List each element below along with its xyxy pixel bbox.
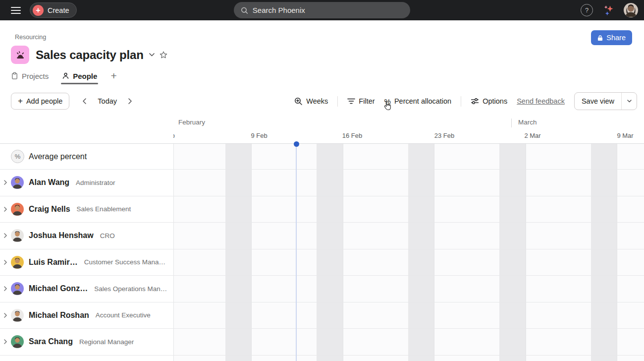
prev-week-button[interactable] (80, 96, 89, 107)
divider (337, 96, 338, 107)
app: + Create ? (0, 0, 644, 361)
search-bar[interactable] (234, 2, 410, 18)
plus-icon: + (33, 5, 44, 16)
zoom-weeks-button[interactable]: Weeks (294, 97, 328, 106)
expand-chevron[interactable] (2, 180, 9, 185)
table-row[interactable]: %Average percent (0, 144, 644, 170)
page-title[interactable]: Sales capacity plan (36, 48, 144, 62)
help-glyph: ? (585, 6, 589, 14)
menu-icon[interactable] (11, 7, 21, 14)
share-button[interactable]: Share (591, 30, 632, 45)
week-date-label: 9 Feb (251, 132, 267, 139)
table-row[interactable]: Luis Ramir…Customer Success Mana… (0, 249, 644, 276)
expand-chevron[interactable] (2, 339, 9, 345)
schedule-area: FebruaryMarch 2 Feb9 Feb16 Feb23 Feb2 Ma… (0, 113, 644, 361)
expand-chevron[interactable] (2, 206, 9, 212)
title-row: Sales capacity plan (11, 46, 168, 64)
person-name[interactable]: Sara Chang (29, 337, 73, 346)
table-row[interactable]: Joshua HenshawCRO (0, 223, 644, 249)
avatar[interactable] (11, 229, 24, 242)
avatar[interactable] (11, 335, 24, 348)
timeline-header: FebruaryMarch 2 Feb9 Feb16 Feb23 Feb2 Ma… (0, 113, 644, 144)
person-role: Sales Enablement (77, 205, 131, 213)
add-people-label: Add people (26, 97, 62, 105)
save-view-main[interactable]: Save view (575, 93, 621, 110)
person-name[interactable]: Craig Nells (29, 205, 70, 214)
person-role: CRO (100, 232, 115, 240)
tab-projects[interactable]: Projects (11, 72, 49, 80)
weeks-label: Weeks (306, 97, 328, 105)
siren-icon[interactable] (11, 46, 29, 64)
percent-icon: % (11, 150, 24, 163)
options-button[interactable]: Options (471, 97, 507, 105)
save-view-caret[interactable] (621, 93, 637, 110)
toolbar-right: Weeks Filter % Percent allocation (294, 90, 637, 113)
breadcrumb[interactable]: Resourcing (15, 34, 46, 41)
ai-sparkles-icon[interactable] (602, 4, 614, 17)
tab-people-label: People (73, 72, 97, 80)
avatar[interactable] (11, 282, 24, 295)
table-row[interactable]: Craig NellsSales Enablement (0, 196, 644, 223)
person-name[interactable]: Michael Gonz… (29, 284, 88, 293)
week-date-label: 23 Feb (434, 132, 454, 139)
table-row[interactable]: Michael Gonz…Sales Operations Man… (0, 276, 644, 302)
week-date-label: 16 Feb (342, 132, 362, 139)
timeline-dates: 2 Feb9 Feb16 Feb23 Feb2 Mar9 Mar (173, 132, 644, 141)
save-view-button: Save view (574, 92, 637, 110)
table-row[interactable]: Michael RoshanAccount Executive (0, 302, 644, 329)
share-label: Share (606, 34, 626, 42)
avatar[interactable] (11, 203, 24, 216)
people-rows: %Average percentAlan WangAdministratorCr… (0, 144, 644, 361)
expand-chevron[interactable] (2, 259, 9, 265)
add-people-button[interactable]: + Add people (11, 93, 69, 110)
person-name[interactable]: Luis Ramir… (29, 258, 78, 267)
options-label: Options (483, 97, 507, 105)
chevron-down-icon[interactable] (149, 53, 155, 57)
star-icon[interactable] (159, 51, 168, 60)
table-row[interactable]: Sara ChangRegional Manager (0, 329, 644, 356)
sliders-icon (471, 97, 479, 105)
search-input[interactable] (253, 6, 403, 14)
next-week-button[interactable] (126, 96, 134, 107)
expand-chevron[interactable] (2, 312, 9, 318)
tab-projects-label: Projects (22, 72, 49, 80)
month-label: February (178, 119, 205, 126)
divider (461, 96, 461, 107)
expand-chevron[interactable] (2, 233, 9, 239)
week-date-label: 9 Mar (617, 132, 633, 139)
topbar: + Create ? (0, 0, 644, 20)
table-row[interactable]: Alan WangAdministrator (0, 170, 644, 196)
tab-people[interactable]: People (62, 72, 97, 80)
person-role: Sales Operations Man… (94, 285, 167, 293)
user-avatar[interactable] (624, 3, 638, 17)
lock-icon (597, 35, 603, 41)
create-label: Create (48, 6, 69, 14)
avatar[interactable] (11, 176, 24, 189)
person-icon (62, 72, 69, 80)
help-button[interactable]: ? (581, 4, 593, 16)
expand-chevron[interactable] (2, 286, 9, 292)
add-tab-button[interactable]: + (110, 71, 116, 81)
person-role: Regional Manager (79, 338, 134, 346)
topbar-right: ? (581, 0, 644, 20)
percent-allocation-label: Percent allocation (394, 97, 451, 105)
send-feedback-link[interactable]: Send feedback (517, 97, 565, 105)
avatar[interactable] (11, 256, 24, 269)
month-label: March (518, 119, 537, 126)
avatar[interactable] (11, 309, 24, 322)
week-date-label: 2 Feb (173, 132, 175, 139)
person-name[interactable]: Joshua Henshaw (29, 231, 94, 240)
person-role: Customer Success Mana… (84, 258, 165, 266)
person-name[interactable]: Michael Roshan (29, 311, 89, 320)
chevron-down-icon (627, 99, 632, 103)
tab-bar: Projects People + (11, 69, 117, 82)
person-name[interactable]: Alan Wang (29, 178, 69, 187)
filter-label: Filter (359, 97, 375, 105)
today-button[interactable]: Today (98, 97, 117, 105)
filter-button[interactable]: Filter (347, 97, 375, 105)
create-button[interactable]: + Create (30, 2, 77, 18)
plus-icon: + (18, 96, 23, 106)
percent-allocation-button[interactable]: % Percent allocation (384, 97, 452, 106)
person-role: Account Executive (96, 311, 151, 319)
toolbar: + Add people Today Weeks (0, 90, 644, 113)
